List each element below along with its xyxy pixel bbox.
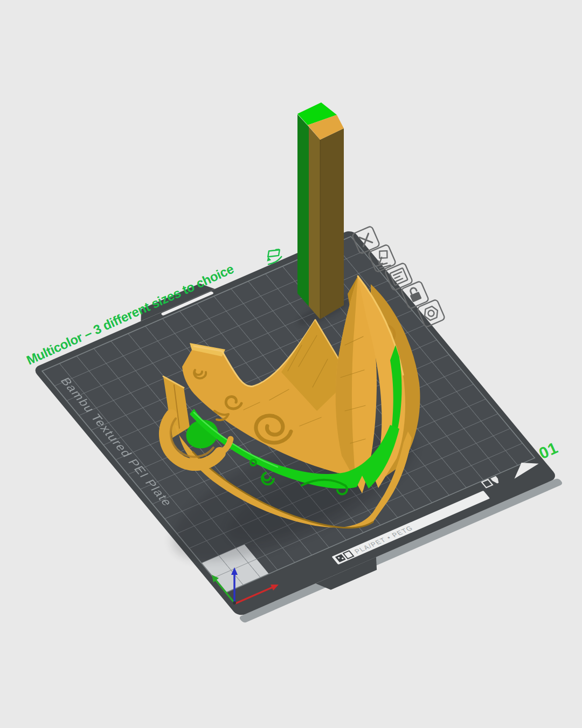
prime-tower-dark-face: [320, 128, 344, 319]
slicer-viewport: Bambu Textured PEI Plate PLA/PET • PETG: [0, 0, 582, 728]
prime-tower-green-face: [297, 114, 309, 306]
scene-canvas: Bambu Textured PEI Plate PLA/PET • PETG: [0, 0, 582, 728]
prime-tower-olive-face: [309, 127, 320, 319]
prime-tower[interactable]: [297, 102, 344, 319]
